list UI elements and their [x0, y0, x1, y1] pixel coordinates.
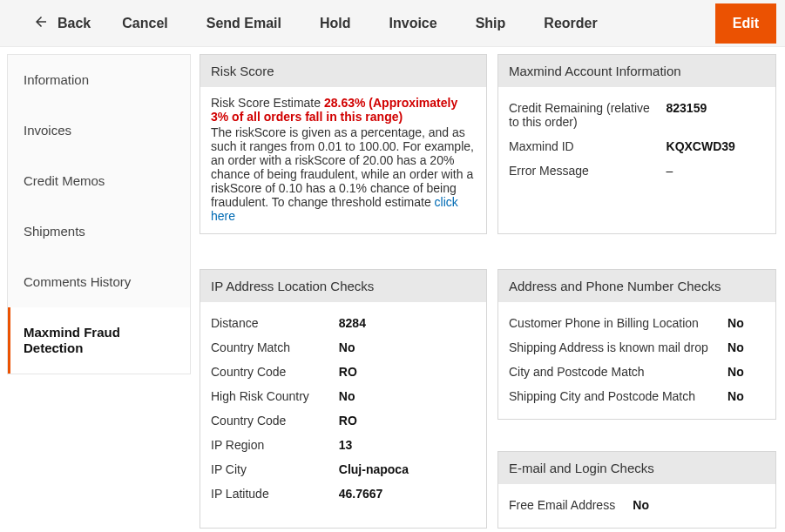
table-row: Shipping City and Postcode MatchNo — [509, 384, 765, 408]
table-row: Error Message – — [509, 158, 765, 183]
table-row: Country MatchNo — [211, 335, 476, 360]
addr-ship-maildrop-label: Shipping Address is known mail drop — [509, 340, 719, 354]
addr-checks-panel: Address and Phone Number Checks Customer… — [497, 269, 776, 420]
sidebar-item-maxmind-fraud-detection[interactable]: Maxmind Fraud Detection — [8, 307, 190, 374]
ip-distance-label: Distance — [211, 316, 330, 330]
send-email-button[interactable]: Send Email — [187, 9, 301, 38]
reorder-button[interactable]: Reorder — [524, 9, 616, 38]
addr-city-postcode-label: City and Postcode Match — [509, 365, 719, 379]
maxmind-id-label: Maxmind ID — [509, 139, 658, 153]
table-row: Maxmind ID KQXCWD39 — [509, 134, 765, 158]
sidebar-item-comments-history[interactable]: Comments History — [8, 257, 190, 307]
ip-checks-panel: IP Address Location Checks Distance8284 … — [200, 269, 487, 529]
sidebar-item-shipments[interactable]: Shipments — [8, 206, 190, 257]
maxmind-account-header: Maxmind Account Information — [498, 55, 775, 87]
sidebar-item-information[interactable]: Information — [8, 55, 190, 105]
credit-remaining-label: Credit Remaining (relative to this order… — [509, 101, 658, 129]
risk-score-header: Risk Score — [200, 55, 486, 87]
ip-latitude-value: 46.7667 — [339, 487, 476, 501]
ip-country-match-value: No — [339, 340, 476, 354]
error-message-label: Error Message — [509, 164, 658, 178]
ip-city-value: Cluj-napoca — [339, 462, 476, 476]
table-row: Distance8284 — [211, 311, 476, 335]
ip-country-code2-value: RO — [339, 414, 476, 428]
hold-button[interactable]: Hold — [301, 9, 370, 38]
cancel-button[interactable]: Cancel — [103, 9, 186, 38]
email-free-label: Free Email Address — [509, 498, 624, 512]
ip-city-label: IP City — [211, 462, 330, 476]
table-row: Shipping Address is known mail dropNo — [509, 335, 765, 360]
toolbar: Back Cancel Send Email Hold Invoice Ship… — [0, 0, 785, 47]
ip-country-code-value: RO — [339, 365, 476, 379]
ip-checks-header: IP Address Location Checks — [200, 270, 486, 302]
ip-region-value: 13 — [339, 438, 476, 452]
risk-score-prefix: Risk Score Estimate — [211, 96, 324, 110]
risk-score-panel: Risk Score Risk Score Estimate 28.63% (A… — [200, 54, 487, 234]
addr-checks-header: Address and Phone Number Checks — [498, 270, 775, 302]
addr-city-postcode-value: No — [727, 365, 765, 379]
table-row: Country CodeRO — [211, 360, 476, 384]
addr-phone-billing-label: Customer Phone in Billing Location — [509, 316, 719, 330]
table-row: Credit Remaining (relative to this order… — [509, 96, 765, 134]
back-arrow-icon — [33, 14, 49, 33]
table-row: IP CityCluj-napoca — [211, 457, 476, 481]
maxmind-id-value: KQXCWD39 — [667, 139, 765, 153]
edit-button[interactable]: Edit — [715, 3, 776, 44]
table-row: Free Email AddressNo — [509, 493, 765, 517]
table-row: City and Postcode MatchNo — [509, 360, 765, 384]
credit-remaining-value: 823159 — [667, 101, 765, 129]
table-row: IP Region13 — [211, 433, 476, 457]
email-checks-panel: E-mail and Login Checks Free Email Addre… — [497, 451, 776, 529]
content: Risk Score Risk Score Estimate 28.63% (A… — [191, 47, 785, 532]
ip-country-match-label: Country Match — [211, 340, 330, 354]
sidebar: Information Invoices Credit Memos Shipme… — [0, 47, 191, 532]
ip-latitude-label: IP Latitude — [211, 487, 330, 501]
ip-high-risk-value: No — [339, 389, 476, 403]
addr-phone-billing-value: No — [727, 316, 765, 330]
back-button[interactable]: Back — [21, 7, 103, 40]
ip-distance-value: 8284 — [339, 316, 476, 330]
table-row: IP Latitude46.7667 — [211, 481, 476, 506]
table-row: Country CodeRO — [211, 408, 476, 433]
ip-region-label: IP Region — [211, 438, 330, 452]
ship-button[interactable]: Ship — [457, 9, 525, 38]
table-row: High Risk CountryNo — [211, 384, 476, 408]
maxmind-account-panel: Maxmind Account Information Credit Remai… — [497, 54, 776, 234]
back-label: Back — [58, 16, 91, 31]
addr-ship-maildrop-value: No — [727, 340, 765, 354]
addr-ship-city-postcode-value: No — [727, 389, 765, 403]
invoice-button[interactable]: Invoice — [370, 9, 457, 38]
error-message-value: – — [667, 164, 765, 178]
ip-high-risk-label: High Risk Country — [211, 389, 330, 403]
sidebar-item-credit-memos[interactable]: Credit Memos — [8, 156, 190, 206]
addr-ship-city-postcode-label: Shipping City and Postcode Match — [509, 389, 719, 403]
ip-country-code2-label: Country Code — [211, 414, 330, 428]
ip-country-code-label: Country Code — [211, 365, 330, 379]
table-row: Customer Phone in Billing LocationNo — [509, 311, 765, 335]
email-checks-header: E-mail and Login Checks — [498, 452, 775, 484]
sidebar-item-invoices[interactable]: Invoices — [8, 105, 190, 156]
email-free-value: No — [633, 498, 765, 512]
